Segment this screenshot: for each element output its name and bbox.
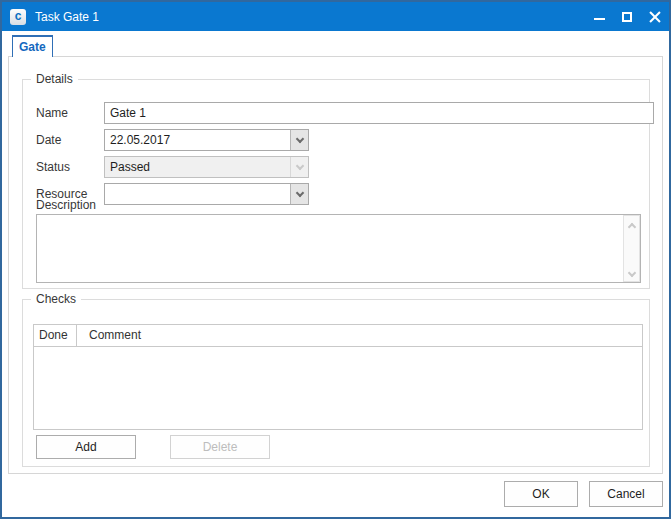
description-textarea[interactable]: [36, 214, 641, 283]
ok-button[interactable]: OK: [504, 481, 578, 507]
tab-gate[interactable]: Gate: [12, 35, 53, 57]
app-icon: c: [10, 9, 26, 25]
details-group-caption: Details: [31, 72, 78, 86]
status-value: Passed: [105, 157, 308, 177]
description-label: Description: [36, 198, 96, 212]
date-combobox[interactable]: 22.05.2017: [104, 129, 309, 151]
window-controls: [585, 2, 669, 31]
footer: OK Cancel: [2, 474, 669, 507]
name-row: Name: [36, 102, 91, 124]
status-label: Status: [36, 156, 91, 178]
maximize-button[interactable]: [613, 2, 641, 31]
titlebar: c Task Gate 1: [2, 2, 669, 31]
resource-combobox[interactable]: [104, 183, 309, 205]
checks-table-body[interactable]: [34, 347, 642, 430]
chevron-down-icon: [627, 269, 635, 277]
chevron-down-icon: [295, 134, 303, 142]
add-button[interactable]: Add: [36, 435, 136, 459]
checks-table[interactable]: Done Comment: [33, 324, 643, 430]
date-value: 22.05.2017: [105, 130, 308, 150]
status-combobox: Passed: [104, 156, 309, 178]
chevron-down-icon: [295, 188, 303, 196]
delete-button: Delete: [170, 435, 270, 459]
chevron-up-icon: [627, 223, 635, 231]
cancel-button[interactable]: Cancel: [589, 481, 663, 507]
status-row: Status Passed: [36, 156, 91, 178]
date-row: Date 22.05.2017: [36, 129, 91, 151]
minimize-button[interactable]: [585, 2, 613, 31]
status-dropdown-button: [290, 157, 308, 177]
resource-dropdown-button[interactable]: [290, 184, 308, 204]
date-dropdown-button[interactable]: [290, 130, 308, 150]
description-field-wrap: [36, 214, 641, 283]
name-label: Name: [36, 102, 91, 124]
chevron-down-icon: [295, 161, 303, 169]
close-icon: [649, 11, 661, 23]
checks-group-caption: Checks: [31, 292, 81, 306]
tab-page-panel: Details Name Date 22.05.2017: [8, 56, 663, 474]
column-header-comment[interactable]: Comment: [77, 325, 642, 346]
column-header-done[interactable]: Done: [34, 325, 77, 346]
description-scrollbar[interactable]: [623, 215, 640, 282]
maximize-icon: [622, 12, 632, 22]
close-button[interactable]: [641, 2, 669, 31]
name-input[interactable]: [104, 102, 654, 124]
date-label: Date: [36, 129, 91, 151]
checks-group: Checks Done Comment Add Delete: [22, 299, 650, 467]
tab-strip: Gate: [2, 31, 669, 56]
minimize-icon: [594, 18, 605, 20]
task-gate-dialog: c Task Gate 1 Gate Details Name: [0, 0, 671, 519]
checks-table-header: Done Comment: [34, 325, 642, 347]
details-group: Details Name Date 22.05.2017: [22, 79, 650, 289]
window-title: Task Gate 1: [35, 10, 99, 24]
